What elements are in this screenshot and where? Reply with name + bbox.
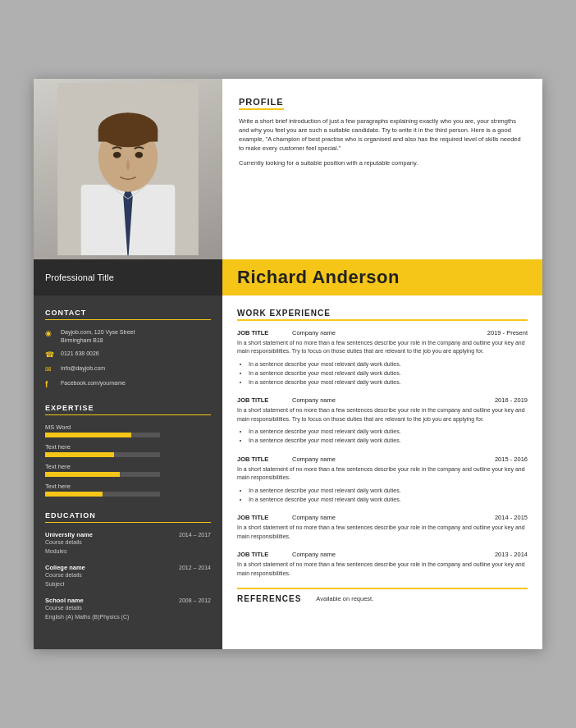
expertise-label-1: MS Word bbox=[45, 424, 211, 431]
contact-address-text: Dayjob.com, 120 Vyse StreetBirmingham B1… bbox=[61, 328, 135, 345]
job-entry-2: JOB TITLE Company name 2016 - 2019 In a … bbox=[237, 396, 528, 445]
bullet-item: In a sentence describe your most relevan… bbox=[249, 427, 528, 436]
job-header-3: JOB TITLE Company name 2015 - 2016 bbox=[237, 456, 528, 463]
right-content: WORK EXPERIENCE JOB TITLE Company name 2… bbox=[222, 295, 542, 650]
expertise-section: EXPERTISE MS Word Text here Text here bbox=[45, 404, 211, 497]
job-title-5: JOB TITLE bbox=[237, 551, 282, 558]
resume-page: PROFILE Write a short brief introduction… bbox=[34, 79, 542, 650]
expertise-section-title: EXPERTISE bbox=[45, 404, 211, 415]
expertise-bar-fill-4 bbox=[45, 492, 103, 497]
expertise-item-3: Text here bbox=[45, 463, 211, 477]
edu-institution-3: School name bbox=[45, 597, 84, 604]
profile-paragraph-2: Currently looking for a suitable positio… bbox=[239, 158, 526, 167]
job-header-1: JOB TITLE Company name 2019 - Present bbox=[237, 329, 528, 337]
svg-point-8 bbox=[113, 152, 121, 158]
location-icon: ◉ bbox=[45, 329, 55, 337]
education-item-1: University name 2014 – 2017 Course detai… bbox=[45, 531, 211, 556]
bullet-item: In a sentence describe your most relevan… bbox=[249, 378, 528, 387]
job-company-2: Company name bbox=[292, 396, 485, 404]
expertise-bar-bg-4 bbox=[45, 492, 160, 497]
person-illustration bbox=[54, 83, 202, 255]
job-company-3: Company name bbox=[292, 456, 485, 463]
header-left: Professional Title bbox=[34, 259, 222, 295]
job-dates-1: 2019 - Present bbox=[487, 329, 528, 337]
svg-point-9 bbox=[135, 152, 144, 158]
main-content: CONTACT ◉ Dayjob.com, 120 Vyse StreetBir… bbox=[34, 295, 542, 650]
bullet-item: In a sentence describe your most relevan… bbox=[249, 369, 528, 378]
job-entry-1: JOB TITLE Company name 2019 - Present In… bbox=[237, 329, 528, 387]
job-bullets-2: In a sentence describe your most relevan… bbox=[237, 427, 528, 445]
bullet-item: In a sentence describe your most relevan… bbox=[249, 359, 528, 369]
phone-icon: ☎ bbox=[45, 350, 55, 359]
work-experience-title: WORK EXPERIENCE bbox=[237, 309, 528, 321]
contact-email: ✉ info@dayjob.com bbox=[45, 364, 211, 373]
job-company-5: Company name bbox=[292, 551, 485, 558]
expertise-item-4: Text here bbox=[45, 483, 211, 497]
email-icon: ✉ bbox=[45, 365, 55, 373]
top-section: PROFILE Write a short brief introduction… bbox=[34, 79, 542, 259]
contact-phone-text: 0121 638 0026 bbox=[61, 350, 99, 358]
edu-detail-3: Course detailsEnglish (A) Maths (B)Physi… bbox=[45, 604, 211, 621]
job-entry-4: JOB TITLE Company name 2014 - 2015 In a … bbox=[237, 514, 528, 541]
expertise-item-2: Text here bbox=[45, 443, 211, 457]
job-desc-3: In a short statement of no more than a f… bbox=[237, 465, 528, 483]
edu-detail-1: Course detailsModules bbox=[45, 538, 211, 556]
expertise-label-3: Text here bbox=[45, 463, 211, 470]
profile-text: Write a short brief introduction of just… bbox=[239, 117, 526, 167]
profile-paragraph-1: Write a short brief introduction of just… bbox=[239, 117, 526, 153]
expertise-bar-fill-1 bbox=[45, 433, 131, 437]
edu-header-2: College name 2012 – 2014 bbox=[45, 564, 211, 571]
references-text: Available on request. bbox=[316, 595, 373, 602]
expertise-label-2: Text here bbox=[45, 443, 211, 451]
education-item-3: School name 2008 – 2012 Course detailsEn… bbox=[45, 597, 211, 621]
edu-header-1: University name 2014 – 2017 bbox=[45, 531, 211, 538]
edu-institution-1: University name bbox=[45, 531, 93, 538]
profile-area: PROFILE Write a short brief introduction… bbox=[222, 79, 542, 259]
education-item-2: College name 2012 – 2014 Course detailsS… bbox=[45, 564, 211, 588]
edu-year-1: 2014 – 2017 bbox=[179, 532, 211, 538]
contact-facebook: f Facebook.com/yourname bbox=[45, 379, 211, 389]
job-title-3: JOB TITLE bbox=[237, 456, 282, 463]
job-dates-3: 2015 - 2016 bbox=[495, 456, 528, 463]
education-section-title: EDUCATION bbox=[45, 511, 211, 523]
facebook-icon: f bbox=[45, 380, 55, 389]
job-dates-4: 2014 - 2015 bbox=[495, 514, 528, 521]
photo-area bbox=[34, 79, 222, 259]
contact-section-title: CONTACT bbox=[45, 309, 211, 320]
contact-address: ◉ Dayjob.com, 120 Vyse StreetBirmingham … bbox=[45, 328, 211, 345]
contact-section: CONTACT ◉ Dayjob.com, 120 Vyse StreetBir… bbox=[45, 309, 211, 390]
contact-email-text: info@dayjob.com bbox=[61, 364, 105, 373]
expertise-bar-bg-2 bbox=[45, 452, 160, 457]
expertise-label-4: Text here bbox=[45, 483, 211, 490]
candidate-name: Richard Anderson bbox=[237, 267, 400, 288]
professional-title: Professional Title bbox=[45, 272, 114, 282]
bullet-item: In a sentence describe your most relevan… bbox=[249, 436, 528, 445]
job-desc-1: In a short statement of no more than a f… bbox=[237, 339, 528, 356]
job-title-4: JOB TITLE bbox=[237, 514, 282, 521]
job-desc-5: In a short statement of no more than a f… bbox=[237, 561, 528, 578]
header-bar: Professional Title Richard Anderson bbox=[34, 259, 542, 295]
edu-year-2: 2012 – 2014 bbox=[179, 565, 211, 570]
header-right: Richard Anderson bbox=[222, 259, 542, 295]
photo-placeholder bbox=[34, 79, 222, 259]
contact-phone: ☎ 0121 638 0026 bbox=[45, 350, 211, 359]
edu-institution-2: College name bbox=[45, 564, 85, 571]
edu-detail-2: Course detailsSubject bbox=[45, 571, 211, 588]
job-entry-3: JOB TITLE Company name 2015 - 2016 In a … bbox=[237, 456, 528, 504]
edu-header-3: School name 2008 – 2012 bbox=[45, 597, 211, 604]
expertise-bar-bg-3 bbox=[45, 472, 160, 477]
job-title-1: JOB TITLE bbox=[237, 329, 282, 337]
references-section: REFERENCES Available on request. bbox=[237, 588, 528, 603]
job-company-1: Company name bbox=[292, 329, 478, 337]
sidebar: CONTACT ◉ Dayjob.com, 120 Vyse StreetBir… bbox=[34, 295, 222, 650]
job-bullets-1: In a sentence describe your most relevan… bbox=[237, 359, 528, 387]
job-header-2: JOB TITLE Company name 2016 - 2019 bbox=[237, 396, 528, 404]
job-header-4: JOB TITLE Company name 2014 - 2015 bbox=[237, 514, 528, 521]
job-bullets-3: In a sentence describe your most relevan… bbox=[237, 486, 528, 504]
expertise-bar-fill-3 bbox=[45, 472, 120, 477]
job-title-2: JOB TITLE bbox=[237, 396, 282, 404]
references-title: REFERENCES bbox=[237, 594, 301, 603]
expertise-bar-bg-1 bbox=[45, 433, 160, 437]
job-dates-2: 2016 - 2019 bbox=[495, 396, 528, 404]
bullet-item: In a sentence describe your most relevan… bbox=[249, 486, 528, 495]
